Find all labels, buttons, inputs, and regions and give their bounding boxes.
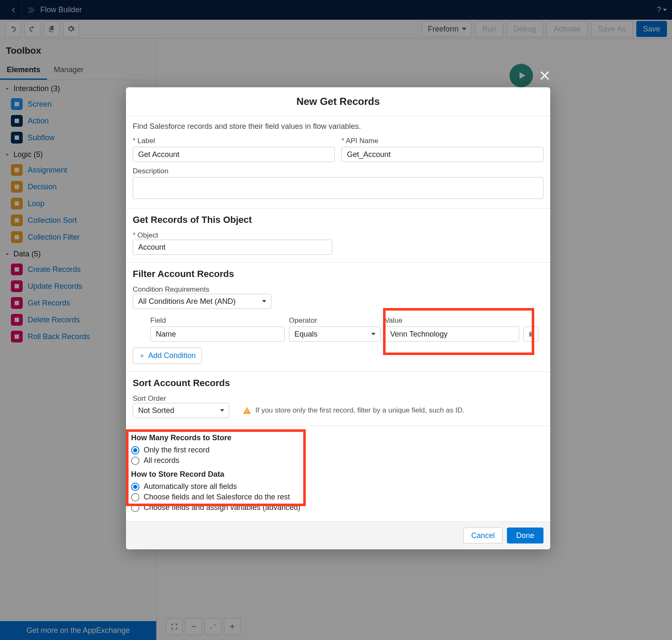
radio-label: Choose fields and let Salesforce do the … [144, 493, 290, 502]
how-store-option[interactable]: Choose fields and assign variables (adva… [131, 502, 545, 513]
radio-label: Automatically store all fields [144, 482, 237, 491]
how-store-option[interactable]: Choose fields and let Salesforce do the … [131, 492, 545, 502]
get-records-modal: New Get Records Find Salesforce records … [126, 87, 550, 549]
modal-footer: Cancel Done [126, 521, 550, 549]
done-button[interactable]: Done [507, 528, 543, 543]
add-condition-label: Add Condition [148, 351, 196, 360]
description-input[interactable] [133, 177, 543, 199]
radio-icon [131, 493, 139, 502]
radio-icon [131, 457, 139, 465]
modal-title: New Get Records [126, 87, 550, 116]
how-many-label: How Many Records to Store [131, 434, 545, 442]
warning-icon [243, 406, 251, 415]
condition-requirements-select[interactable] [133, 294, 271, 309]
object-label: Object [133, 231, 158, 239]
add-condition-button[interactable]: Add Condition [133, 347, 202, 364]
filter-operator-select[interactable] [289, 327, 381, 342]
filter-operator-label: Operator [289, 316, 381, 325]
api-name-label: API Name [341, 137, 543, 145]
description-label: Description [133, 167, 168, 175]
api-name-input[interactable] [341, 147, 543, 162]
filter-section-title: Filter Account Records [133, 269, 543, 280]
how-store-label: How to Store Record Data [131, 470, 545, 479]
trash-icon [527, 330, 535, 338]
close-icon [539, 70, 551, 81]
radio-label: Choose fields and assign variables (adva… [144, 503, 300, 512]
sort-order-label: Sort Order [133, 394, 166, 402]
radio-icon [131, 483, 139, 491]
modal-close-button[interactable] [539, 70, 551, 83]
modal-description: Find Salesforce records and store their … [133, 122, 543, 131]
plus-icon [139, 353, 145, 359]
how-many-option[interactable]: All records [131, 455, 545, 466]
sort-order-select[interactable] [133, 403, 229, 418]
object-section-title: Get Records of This Object [133, 214, 543, 225]
object-input[interactable] [133, 240, 332, 255]
filter-field-input[interactable] [150, 327, 285, 342]
filter-value-label: Value [385, 316, 519, 325]
condition-requirements-label: Condition Requirements [133, 285, 209, 293]
filter-field-label: Field [150, 316, 285, 325]
how-store-option[interactable]: Automatically store all fields [131, 481, 545, 492]
radio-icon [131, 504, 139, 512]
cancel-button[interactable]: Cancel [463, 528, 503, 543]
how-many-option[interactable]: Only the first record [131, 445, 545, 455]
radio-label: Only the first record [144, 446, 210, 455]
radio-icon [131, 446, 139, 455]
radio-label: All records [144, 456, 179, 465]
label-label: Label [133, 137, 335, 145]
delete-condition-button[interactable] [523, 327, 538, 342]
label-input[interactable] [133, 147, 335, 162]
sort-section-title: Sort Account Records [133, 378, 543, 389]
sort-warning-text: If you store only the first record, filt… [255, 406, 465, 415]
filter-value-input[interactable] [385, 327, 519, 342]
